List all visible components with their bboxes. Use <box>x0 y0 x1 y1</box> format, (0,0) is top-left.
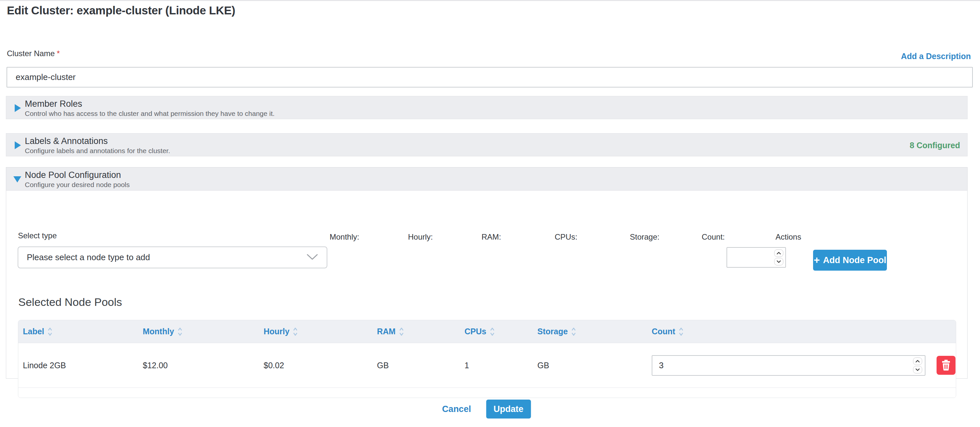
sort-carets-icon <box>571 327 576 337</box>
selected-node-pools-heading: Selected Node Pools <box>18 296 122 308</box>
chevron-down-icon <box>306 253 318 262</box>
section-node-pool-configuration: Node Pool Configuration Configure your d… <box>6 167 967 379</box>
add-node-pool-label: Add Node Pool <box>823 255 886 265</box>
node-pool-section-body: Select type Please select a node type to… <box>6 190 967 379</box>
sort-header-cpus[interactable]: CPUs <box>465 327 538 337</box>
trash-icon <box>941 359 951 371</box>
hourly-column-label: Hourly: <box>408 232 433 241</box>
select-type-label: Select type <box>18 231 57 240</box>
pool-hourly-cell: $0.02 <box>264 361 377 370</box>
cluster-name-input[interactable] <box>6 67 973 87</box>
form-actions: Cancel Update <box>442 400 531 419</box>
node-type-select[interactable]: Please select a node type to add <box>18 246 327 268</box>
pool-count-cell <box>652 355 956 376</box>
selected-node-pools-table: Label Monthly Hourly RAM CPUs <box>18 320 956 398</box>
section-title: Node Pool Configuration <box>25 170 121 180</box>
section-title: Member Roles <box>25 99 82 109</box>
sort-header-storage[interactable]: Storage <box>538 327 652 337</box>
section-subtitle: Configure your desired node pools <box>25 181 130 189</box>
caret-down-icon[interactable] <box>774 258 783 265</box>
node-type-select-value: Please select a node type to add <box>27 252 150 262</box>
triangle-down-icon <box>13 176 21 183</box>
required-asterisk: * <box>57 49 60 58</box>
configured-count-badge: 8 Configured <box>910 141 960 150</box>
sort-header-monthly[interactable]: Monthly <box>143 327 264 337</box>
sort-carets-icon <box>399 327 404 337</box>
pool-cpus-cell: 1 <box>465 361 538 370</box>
actions-column-label: Actions <box>775 232 801 241</box>
sort-carets-icon <box>177 327 183 337</box>
caret-up-icon[interactable] <box>913 357 922 365</box>
table-header-row: Label Monthly Hourly RAM CPUs <box>18 320 956 343</box>
number-spinner <box>774 249 783 265</box>
new-pool-count-field <box>727 247 786 268</box>
sort-carets-icon <box>293 327 298 337</box>
pool-monthly-cell: $12.00 <box>143 361 264 370</box>
table-footer-spacer <box>18 388 956 398</box>
cpus-column-label: CPUs: <box>555 232 577 241</box>
sort-header-ram[interactable]: RAM <box>377 327 465 337</box>
sort-carets-icon <box>490 327 495 337</box>
cluster-name-label: Cluster Name* <box>7 49 60 58</box>
delete-pool-button[interactable] <box>937 356 956 375</box>
triangle-right-icon <box>15 141 21 149</box>
number-spinner <box>913 357 922 373</box>
count-column-label: Count: <box>702 232 725 241</box>
cluster-name-label-text: Cluster Name <box>7 49 55 58</box>
pool-count-field <box>652 355 926 376</box>
pool-ram-cell: GB <box>377 361 465 370</box>
section-member-roles[interactable]: Member Roles Control who has access to t… <box>6 96 967 119</box>
storage-column-label: Storage: <box>630 232 660 241</box>
table-row: Linode 2GB $12.00 $0.02 GB 1 GB <box>18 343 956 388</box>
triangle-right-icon <box>15 104 21 112</box>
caret-up-icon[interactable] <box>774 249 783 257</box>
section-subtitle: Configure labels and annotations for the… <box>25 147 170 155</box>
pool-count-input[interactable] <box>652 356 925 375</box>
node-pool-section-header[interactable]: Node Pool Configuration Configure your d… <box>6 167 967 190</box>
plus-icon: + <box>814 255 820 265</box>
section-labels-annotations[interactable]: Labels & Annotations Configure labels an… <box>6 133 967 156</box>
page-top-divider <box>0 0 980 1</box>
sort-header-count[interactable]: Count <box>652 327 956 337</box>
caret-down-icon[interactable] <box>913 366 922 373</box>
cancel-button[interactable]: Cancel <box>442 404 471 414</box>
section-subtitle: Control who has access to the cluster an… <box>25 110 275 117</box>
section-title: Labels & Annotations <box>25 136 108 146</box>
update-button[interactable]: Update <box>486 400 531 419</box>
page-title: Edit Cluster: example-cluster (Linode LK… <box>7 4 235 17</box>
add-node-pool-button[interactable]: + Add Node Pool <box>813 250 887 271</box>
monthly-column-label: Monthly: <box>329 232 360 241</box>
pool-label-cell: Linode 2GB <box>18 361 143 370</box>
sort-header-hourly[interactable]: Hourly <box>264 327 377 337</box>
sort-header-label[interactable]: Label <box>18 327 143 337</box>
pool-storage-cell: GB <box>538 361 652 370</box>
add-description-link[interactable]: Add a Description <box>901 52 971 61</box>
sort-carets-icon <box>678 327 684 337</box>
ram-column-label: RAM: <box>482 232 501 241</box>
sort-carets-icon <box>48 327 52 337</box>
